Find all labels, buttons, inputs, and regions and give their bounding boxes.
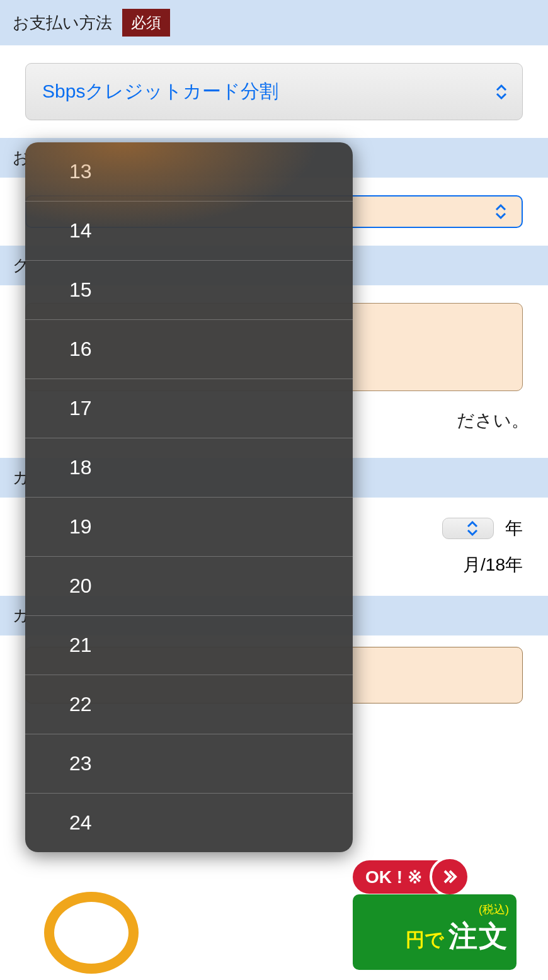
dropdown-option[interactable]: 14 — [25, 202, 353, 261]
dropdown-option[interactable]: 18 — [25, 438, 353, 498]
dropdown-option[interactable]: 17 — [25, 379, 353, 438]
chevron-updown-icon — [494, 203, 508, 220]
payment-method-value: Sbpsクレジットカード分割 — [42, 81, 278, 101]
double-chevron-right-icon — [430, 857, 470, 897]
dropdown-option[interactable]: 22 — [25, 675, 353, 734]
dropdown-option[interactable]: 20 — [25, 557, 353, 616]
expiry-year-select[interactable] — [442, 518, 494, 539]
payment-method-select[interactable]: Sbpsクレジットカード分割 — [25, 63, 523, 120]
chevron-updown-icon — [494, 83, 508, 101]
payment-method-area: Sbpsクレジットカード分割 — [0, 45, 548, 138]
order-banner: OK ! ※ (税込) 円で 注文 — [353, 860, 523, 974]
section-payment-method: お支払い方法 必須 — [0, 0, 548, 45]
installments-dropdown[interactable]: 131415161718192021222324 — [25, 142, 353, 852]
dropdown-option[interactable]: 19 — [25, 498, 353, 557]
order-button[interactable]: (税込) 円で 注文 — [353, 894, 517, 970]
dropdown-option[interactable]: 13 — [25, 142, 353, 202]
dropdown-option[interactable]: 21 — [25, 616, 353, 675]
year-unit-label: 年 — [505, 516, 523, 540]
tax-label: (税込) — [360, 902, 509, 917]
ok-pill[interactable]: OK ! ※ — [353, 860, 466, 894]
dropdown-option[interactable]: 15 — [25, 261, 353, 320]
order-line: 円で 注文 — [406, 932, 509, 949]
dropdown-option[interactable]: 24 — [25, 794, 353, 852]
dropdown-option[interactable]: 16 — [25, 320, 353, 379]
payment-method-label: お支払い方法 — [13, 12, 112, 34]
annotation-circle — [44, 892, 139, 974]
dropdown-option[interactable]: 23 — [25, 734, 353, 794]
ok-text: OK ! ※ — [365, 867, 422, 887]
required-badge: 必須 — [122, 9, 170, 37]
chevron-updown-icon — [465, 520, 479, 537]
